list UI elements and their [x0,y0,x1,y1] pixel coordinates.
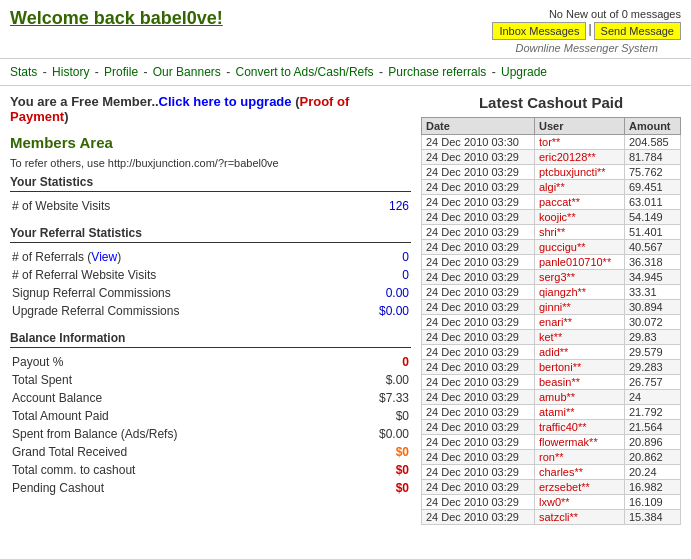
signup-ref-comm-label: Signup Referral Commissions [12,285,347,301]
pending-cashout-row: Pending Cashout $0 [12,480,409,496]
cashout-user-link[interactable]: guccigu** [539,241,585,253]
cashout-amount: 15.384 [624,510,680,525]
cashout-row: 24 Dec 2010 03:29 atami** 21.792 [422,405,681,420]
cashout-user-link[interactable]: flowermak** [539,436,598,448]
amount-column-header: Amount [624,118,680,135]
cashout-row: 24 Dec 2010 03:29 ginni** 30.894 [422,300,681,315]
cashout-user: ptcbuxjuncti** [535,165,625,180]
cashout-user-link[interactable]: qiangzh** [539,286,586,298]
refer-text: To refer others, use http://buxjunction.… [10,157,411,169]
cashout-amount: 34.945 [624,270,680,285]
cashout-row: 24 Dec 2010 03:29 shri** 51.401 [422,225,681,240]
cashout-date: 24 Dec 2010 03:29 [422,435,535,450]
cashout-user-link[interactable]: satzcli** [539,511,578,523]
nav-purchase-referrals[interactable]: Purchase referrals [388,65,486,79]
cashout-user-link[interactable]: serg3** [539,271,575,283]
cashout-table-body: 24 Dec 2010 03:30 tor** 204.585 24 Dec 2… [422,135,681,525]
cashout-row: 24 Dec 2010 03:29 adid** 29.579 [422,345,681,360]
cashout-row: 24 Dec 2010 03:29 ron** 20.862 [422,450,681,465]
total-spent-label: Total Spent [12,372,346,388]
ref-website-visits-row: # of Referral Website Visits 0 [12,267,409,283]
cashout-user-link[interactable]: traffic40** [539,421,587,433]
upgrade-ref-comm-row: Upgrade Referral Commissions $0.00 [12,303,409,319]
navigation-bar: Stats - History - Profile - Our Banners … [0,58,691,86]
website-visits-row: # of Website Visits 126 [12,198,409,214]
total-comm-row: Total comm. to cashout $0 [12,462,409,478]
cashout-date: 24 Dec 2010 03:29 [422,315,535,330]
referrals-value: 0 [349,249,409,265]
cashout-user: beasin** [535,375,625,390]
cashout-user-link[interactable]: amub** [539,391,575,403]
cashout-user-link[interactable]: algi** [539,181,565,193]
no-new-message-text: No New out of 0 messages [492,8,681,20]
cashout-date: 24 Dec 2010 03:29 [422,300,535,315]
nav-convert[interactable]: Convert to Ads/Cash/Refs [236,65,374,79]
cashout-row: 24 Dec 2010 03:30 tor** 204.585 [422,135,681,150]
cashout-header-row: Date User Amount [422,118,681,135]
cashout-row: 24 Dec 2010 03:29 erzsebet** 16.982 [422,480,681,495]
cashout-amount: 29.283 [624,360,680,375]
nav-history[interactable]: History [52,65,89,79]
cashout-user: lxw0** [535,495,625,510]
cashout-user-link[interactable]: ket** [539,331,562,343]
cashout-row: 24 Dec 2010 03:29 ptcbuxjuncti** 75.762 [422,165,681,180]
nav-profile[interactable]: Profile [104,65,138,79]
upgrade-line: You are a Free Member..Click here to upg… [10,94,411,124]
cashout-row: 24 Dec 2010 03:29 eric20128** 81.784 [422,150,681,165]
total-amount-paid-row: Total Amount Paid $0 [12,408,409,424]
cashout-amount: 26.757 [624,375,680,390]
cashout-user-link[interactable]: tor** [539,136,560,148]
ref-website-visits-label: # of Referral Website Visits [12,267,347,283]
cashout-user-link[interactable]: paccat** [539,196,580,208]
total-spent-value: $.00 [348,372,409,388]
spent-balance-label: Spent from Balance (Ads/Refs) [12,426,346,442]
cashout-user-link[interactable]: charles** [539,466,583,478]
cashout-user-link[interactable]: koojic** [539,211,576,223]
account-balance-row: Account Balance $7.33 [12,390,409,406]
nav-upgrade[interactable]: Upgrade [501,65,547,79]
main-content: You are a Free Member..Click here to upg… [0,86,691,533]
cashout-user-link[interactable]: panle010710** [539,256,611,268]
cashout-row: 24 Dec 2010 03:29 amub** 24 [422,390,681,405]
view-referrals-link[interactable]: View [91,250,117,264]
cashout-date: 24 Dec 2010 03:29 [422,360,535,375]
cashout-user: erzsebet** [535,480,625,495]
cashout-row: 24 Dec 2010 03:29 koojic** 54.149 [422,210,681,225]
spent-balance-row: Spent from Balance (Ads/Refs) $0.00 [12,426,409,442]
cashout-user: enari** [535,315,625,330]
balance-section: Balance Information Payout % 0 Total Spe… [10,331,411,498]
cashout-user-link[interactable]: adid** [539,346,568,358]
cashout-user-link[interactable]: atami** [539,406,574,418]
payout-value: 0 [402,355,409,369]
cashout-row: 24 Dec 2010 03:29 serg3** 34.945 [422,270,681,285]
cashout-user: amub** [535,390,625,405]
cashout-user-link[interactable]: lxw0** [539,496,570,508]
nav-our-banners[interactable]: Our Banners [153,65,221,79]
cashout-row: 24 Dec 2010 03:29 lxw0** 16.109 [422,495,681,510]
date-column-header: Date [422,118,535,135]
upgrade-ref-comm-value: $0.00 [349,303,409,319]
send-message-button[interactable]: Send Message [594,22,681,40]
cashout-date: 24 Dec 2010 03:29 [422,270,535,285]
cashout-user-link[interactable]: bertoni** [539,361,581,373]
separator: | [588,22,591,40]
cashout-date: 24 Dec 2010 03:29 [422,510,535,525]
nav-stats[interactable]: Stats [10,65,37,79]
cashout-user: adid** [535,345,625,360]
cashout-amount: 20.896 [624,435,680,450]
cashout-user-link[interactable]: ginni** [539,301,571,313]
cashout-date: 24 Dec 2010 03:29 [422,225,535,240]
inbox-messages-button[interactable]: Inbox Messages [492,22,586,40]
cashout-row: 24 Dec 2010 03:29 charles** 20.24 [422,465,681,480]
cashout-user-link[interactable]: shri** [539,226,565,238]
cashout-amount: 75.762 [624,165,680,180]
cashout-user-link[interactable]: eric20128** [539,151,596,163]
cashout-title: Latest Cashout Paid [421,94,681,111]
cashout-user-link[interactable]: ptcbuxjuncti** [539,166,606,178]
cashout-date: 24 Dec 2010 03:29 [422,420,535,435]
cashout-user-link[interactable]: erzsebet** [539,481,590,493]
cashout-user-link[interactable]: beasin** [539,376,580,388]
click-upgrade-link[interactable]: Click here to upgrade [159,94,292,109]
cashout-user-link[interactable]: enari** [539,316,572,328]
cashout-user-link[interactable]: ron** [539,451,563,463]
